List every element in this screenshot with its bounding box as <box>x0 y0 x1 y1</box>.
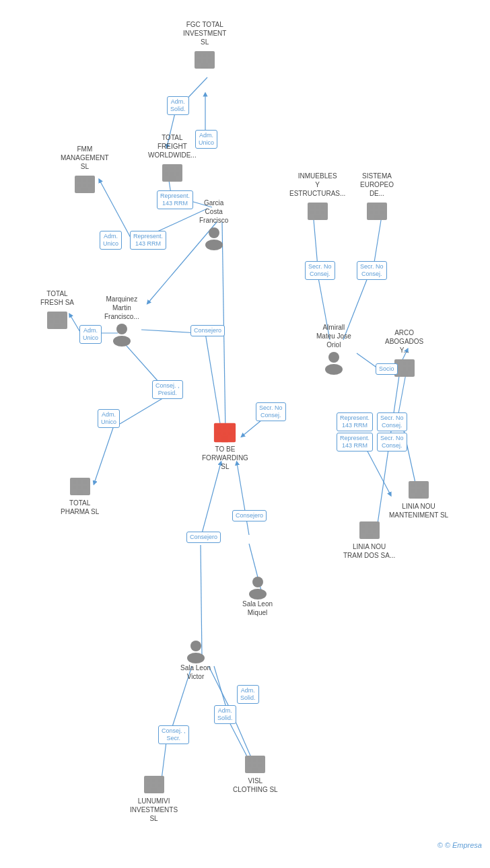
label-inmuebles: INMUEBLESYESTRUCTURAS... <box>289 172 345 198</box>
badge-socio[interactable]: Socio <box>376 363 398 375</box>
badge-adm-solid-1[interactable]: Adm.Solid. <box>167 96 189 115</box>
node-total-pharma[interactable]: TOTALPHARMA SL <box>61 474 99 517</box>
label-almirall: AlmirallMateu JoseOriol <box>316 323 351 349</box>
badge-represent-3[interactable]: Represent.143 RRM <box>337 412 373 431</box>
badge-adm-solid-2[interactable]: Adm.Solid. <box>237 685 259 704</box>
svg-rect-143 <box>252 768 258 773</box>
svg-rect-113 <box>403 367 406 371</box>
node-garcia-costa[interactable]: GarciaCostaFrancisco <box>199 198 228 250</box>
badge-secr-no-consej-3[interactable]: Secr. NoConsej. <box>357 261 387 280</box>
svg-rect-41 <box>208 54 211 57</box>
label-fgc-total: FGC TOTALINVESTMENTSL <box>183 20 226 46</box>
svg-rect-67 <box>61 314 64 318</box>
svg-rect-128 <box>362 530 365 533</box>
node-sala-leon-miquel[interactable]: Sala LeonMiquel <box>242 575 273 618</box>
badge-consej-presid[interactable]: Consej. ,Presid. <box>152 380 183 399</box>
badge-adm-unico-2[interactable]: Adm.Unico <box>100 231 122 250</box>
badge-represent-1[interactable]: Represent.143 RRM <box>157 190 193 209</box>
badge-secr-no-consej-5[interactable]: Secr. NoConsej. <box>377 433 407 451</box>
svg-rect-145 <box>147 779 150 782</box>
node-fmm-mgmt[interactable]: FMMMANAGEMENTSL <box>61 145 109 196</box>
node-visl-clothing[interactable]: VISLCLOTHING SL <box>233 752 278 795</box>
svg-rect-101 <box>380 205 384 209</box>
svg-point-132 <box>252 577 263 587</box>
node-total-freight[interactable]: TOTALFREIGHTWORLDWIDE... <box>148 133 197 185</box>
node-sistema-europeo[interactable]: SISTEMAEUROPEODE... <box>360 172 394 223</box>
svg-rect-87 <box>78 486 81 489</box>
svg-rect-151 <box>151 788 158 793</box>
label-total-freight: TOTALFREIGHTWORLDWIDE... <box>148 133 197 159</box>
svg-rect-65 <box>50 314 53 318</box>
node-inmuebles[interactable]: INMUEBLESYESTRUCTURAS... <box>289 172 345 223</box>
badge-represent-4[interactable]: Represent.143 RRM <box>337 433 373 451</box>
svg-rect-53 <box>169 176 176 182</box>
node-sala-leon-victor[interactable]: Sala LeonVictor <box>180 639 211 682</box>
node-lunumivi[interactable]: LUNUMIVIINVESTMENTSSL <box>130 772 178 824</box>
svg-rect-105 <box>374 215 380 220</box>
svg-rect-59 <box>83 184 86 187</box>
svg-rect-85 <box>83 480 87 484</box>
svg-rect-118 <box>417 484 420 487</box>
svg-rect-58 <box>77 184 81 187</box>
icon-visl-clothing <box>243 752 267 776</box>
svg-rect-91 <box>310 205 314 209</box>
svg-line-30 <box>201 463 221 538</box>
node-to-be-forwarding[interactable]: TO BEFORWARDINGSL <box>202 421 248 472</box>
label-sala-leon-victor: Sala LeonVictor <box>180 663 211 681</box>
badge-secr-no-consej-2[interactable]: Secr. NoConsej. <box>305 261 335 280</box>
icon-lunumivi <box>142 772 166 797</box>
node-fgc-total[interactable]: FGC TOTALINVESTMENTSL <box>183 20 226 72</box>
svg-rect-47 <box>165 167 168 170</box>
label-linia-nou-manteniment: LINIA NOUMANTENIMENT SL <box>389 502 448 519</box>
icon-linia-nou-tram <box>357 518 382 542</box>
badge-secr-no-consej-4[interactable]: Secr. NoConsej. <box>377 412 407 431</box>
badge-adm-unico-3[interactable]: Adm.Unico <box>79 325 102 344</box>
svg-rect-119 <box>422 484 425 487</box>
svg-rect-76 <box>223 427 227 430</box>
label-fmm-mgmt: FMMMANAGEMENTSL <box>61 145 109 171</box>
badge-secr-no-consej-1[interactable]: Secr. NoConsej. <box>256 402 286 421</box>
svg-rect-92 <box>316 205 319 209</box>
svg-rect-51 <box>170 172 174 176</box>
svg-rect-75 <box>217 427 221 430</box>
icon-marquinez <box>111 322 133 347</box>
svg-rect-125 <box>362 524 365 528</box>
badge-adm-unico-4[interactable]: Adm.Unico <box>98 409 120 428</box>
svg-rect-99 <box>370 205 373 209</box>
node-total-fresh[interactable]: TOTALFRESH SA <box>40 289 74 332</box>
svg-rect-48 <box>170 167 174 170</box>
badge-represent-2[interactable]: Represent.143 RRM <box>130 231 166 250</box>
badge-adm-unico-1[interactable]: Adm.Unico <box>195 130 217 149</box>
svg-rect-148 <box>147 784 150 787</box>
svg-rect-83 <box>73 480 76 484</box>
label-sistema-europeo: SISTEMAEUROPEODE... <box>360 172 394 198</box>
node-almirall[interactable]: AlmirallMateu JoseOriol <box>316 323 351 375</box>
icon-garcia-costa <box>203 226 225 250</box>
node-linia-nou-tram[interactable]: LINIA NOUTRAM DOS SA... <box>343 518 395 561</box>
svg-rect-123 <box>415 493 422 499</box>
label-garcia-costa: GarciaCostaFrancisco <box>199 198 228 225</box>
svg-rect-147 <box>158 779 161 782</box>
svg-rect-57 <box>88 178 92 182</box>
svg-point-62 <box>209 227 219 238</box>
svg-rect-89 <box>77 490 83 495</box>
svg-point-107 <box>325 364 343 375</box>
badge-consejero-2[interactable]: Consejero <box>232 510 267 521</box>
svg-rect-114 <box>408 367 411 371</box>
label-total-pharma: TOTALPHARMA SL <box>61 499 99 516</box>
icon-linia-nou-manteniment <box>407 478 431 502</box>
svg-rect-80 <box>229 432 232 435</box>
svg-point-73 <box>113 336 131 347</box>
badge-consej-secr[interactable]: Consej. ,Secr. <box>158 725 189 744</box>
badge-consejero-1[interactable]: Consejero <box>190 325 225 336</box>
node-marquinez[interactable]: MarquinezMartinFrancisco... <box>104 295 139 347</box>
label-marquinez: MarquinezMartinFrancisco... <box>104 295 139 321</box>
svg-rect-69 <box>55 320 59 323</box>
badge-consejero-3[interactable]: Consejero <box>186 532 221 543</box>
label-total-fresh: TOTALFRESH SA <box>40 289 74 307</box>
icon-almirall <box>323 351 345 375</box>
svg-rect-97 <box>314 215 321 220</box>
icon-inmuebles <box>306 199 330 223</box>
badge-adm-solid-3[interactable]: Adm.Solid. <box>214 705 236 724</box>
node-linia-nou-manteniment[interactable]: LINIA NOUMANTENIMENT SL <box>389 478 448 521</box>
